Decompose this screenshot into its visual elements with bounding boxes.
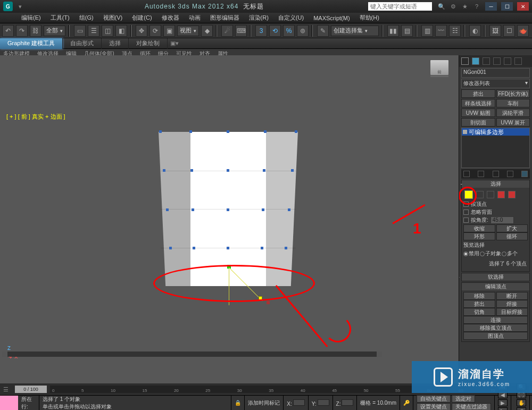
script-mini-icon[interactable] bbox=[0, 396, 18, 410]
menu-customize[interactable]: 自定义(U) bbox=[278, 14, 304, 22]
menu-animation[interactable]: 动画 bbox=[189, 14, 201, 22]
window-crossing-button[interactable]: ◧ bbox=[115, 25, 127, 37]
mod-ffd[interactable]: FFD(长方体) bbox=[496, 89, 530, 98]
autokey-button[interactable]: 自动关键点 bbox=[417, 395, 451, 403]
element-subobj-button[interactable] bbox=[508, 191, 516, 198]
signin-icon[interactable]: ⚙ bbox=[449, 2, 458, 11]
hierarchy-tab-icon[interactable] bbox=[483, 57, 490, 65]
rotate-button[interactable]: ⟳ bbox=[149, 25, 161, 37]
border-subobj-button[interactable] bbox=[487, 191, 494, 198]
softsel-header[interactable]: 软选择 bbox=[462, 273, 529, 281]
mod-extrude[interactable]: 挤出 bbox=[461, 89, 495, 98]
viewcube[interactable]: 前 bbox=[430, 60, 449, 76]
menu-view[interactable]: 视图(V) bbox=[103, 14, 123, 22]
preview-off-radio[interactable] bbox=[463, 252, 468, 256]
help-icon[interactable]: ? bbox=[472, 2, 481, 11]
select-region-button[interactable]: ◫ bbox=[102, 25, 113, 37]
render-setup-button[interactable]: 🖼 bbox=[489, 25, 501, 37]
help-search-input[interactable]: 键入关键字或短语 bbox=[368, 2, 432, 11]
align-button[interactable]: ▤ bbox=[401, 25, 413, 37]
connect-button[interactable]: 连接 bbox=[463, 316, 528, 324]
spinner-snap-button[interactable]: ⊚ bbox=[297, 25, 309, 37]
menu-grapheditors[interactable]: 图形编辑器 bbox=[210, 14, 239, 22]
chamfer-button[interactable]: 切角 bbox=[463, 308, 495, 316]
manip-button[interactable]: ☄ bbox=[221, 25, 233, 37]
menu-tools[interactable]: 工具(T) bbox=[51, 14, 70, 22]
extrude-button[interactable]: 挤出 bbox=[463, 300, 495, 308]
polygon-subobj-button[interactable] bbox=[497, 191, 505, 198]
unique-icon[interactable] bbox=[493, 171, 499, 177]
menu-modifiers[interactable]: 修改器 bbox=[162, 14, 179, 22]
timeline-config-icon[interactable]: ☰ bbox=[0, 386, 12, 393]
keymode-button[interactable]: ⌨ bbox=[235, 25, 247, 37]
scale-button[interactable]: ▣ bbox=[163, 25, 175, 37]
play-icon[interactable]: ▶ bbox=[498, 399, 508, 406]
loop-button[interactable]: 循环 bbox=[496, 232, 528, 240]
edit-named-button[interactable]: ✎ bbox=[317, 25, 329, 37]
snap-toggle-button[interactable]: 3 bbox=[255, 25, 267, 37]
ignore-backfacing-check[interactable]: 忽略背面 bbox=[463, 208, 528, 216]
redo-button[interactable]: ↷ bbox=[16, 25, 28, 37]
remove-iso-button[interactable]: 移除孤立顶点 bbox=[463, 324, 528, 332]
modifier-stack[interactable]: 可编辑多边形 bbox=[461, 128, 530, 168]
menu-create[interactable]: 创建(C) bbox=[132, 14, 152, 22]
modifier-list-dropdown[interactable]: 修改器列表▾ bbox=[461, 79, 530, 88]
lock-selection-icon[interactable]: 🔒 bbox=[231, 396, 245, 410]
by-angle-check[interactable]: 按角度:45.0 bbox=[463, 216, 528, 224]
mod-turbosmooth[interactable]: 涡轮平滑 bbox=[496, 108, 530, 117]
motion-tab-icon[interactable] bbox=[493, 57, 501, 65]
remove-button[interactable]: 移除 bbox=[463, 292, 495, 300]
grow-button[interactable]: 扩大 bbox=[496, 224, 528, 232]
percent-snap-button[interactable]: % bbox=[283, 25, 295, 37]
shrink-button[interactable]: 收缩 bbox=[463, 224, 495, 232]
modify-tab-icon[interactable] bbox=[472, 57, 479, 65]
tab-graphite[interactable]: Graphite 建模工具 bbox=[0, 38, 63, 49]
configure-icon[interactable] bbox=[521, 171, 528, 177]
mirror-button[interactable]: ▮▮ bbox=[387, 25, 399, 37]
remove-unused-button[interactable]: 图顶点 bbox=[463, 332, 528, 340]
selection-header[interactable]: 选择 bbox=[462, 180, 529, 188]
angle-spinner[interactable]: 45.0 bbox=[491, 216, 514, 224]
time-slider-handle[interactable]: 0 / 100 bbox=[15, 386, 47, 393]
curve-editor-button[interactable]: 〰 bbox=[435, 25, 447, 37]
recent-dropdown-icon[interactable]: ▾ bbox=[16, 2, 24, 11]
mod-slice[interactable]: 剖切面 bbox=[461, 118, 495, 127]
viewport-label[interactable]: [ + ] [ 前 ] 真实 + 边面 ] bbox=[6, 113, 65, 121]
selected-button[interactable]: 选定对 bbox=[452, 395, 475, 403]
tab-selection[interactable]: 选择 bbox=[102, 38, 129, 49]
remove-mod-icon[interactable] bbox=[507, 171, 513, 177]
app-logo-icon[interactable]: G bbox=[3, 2, 13, 11]
menu-render[interactable]: 渲染(R) bbox=[249, 14, 269, 22]
mod-uvwmap[interactable]: UVW 贴图 bbox=[461, 108, 495, 117]
pivot-button[interactable]: ◆ bbox=[201, 25, 213, 37]
targetweld-button[interactable]: 目标焊接 bbox=[496, 308, 528, 316]
render-frame-button[interactable]: ☐ bbox=[503, 25, 515, 37]
create-tab-icon[interactable] bbox=[461, 57, 469, 65]
weld-button[interactable]: 焊接 bbox=[496, 300, 528, 308]
stack-editable-poly[interactable]: 可编辑多边形 bbox=[462, 128, 529, 136]
break-button[interactable]: 断开 bbox=[496, 292, 528, 300]
tab-freeform[interactable]: 自由形式 bbox=[63, 38, 102, 49]
preview-subobj-radio[interactable] bbox=[480, 252, 485, 256]
setkey-button[interactable]: 设置关键点 bbox=[417, 403, 451, 410]
pan-icon[interactable]: ✋ bbox=[517, 399, 526, 406]
editvertex-header[interactable]: 编辑顶点 bbox=[462, 283, 529, 290]
undo-button[interactable]: ↶ bbox=[2, 25, 14, 37]
preview-multi-radio[interactable] bbox=[502, 252, 506, 256]
angle-snap-button[interactable]: ⟲ bbox=[269, 25, 281, 37]
layer-button[interactable]: ▥ bbox=[421, 25, 433, 37]
ring-button[interactable]: 环形 bbox=[463, 232, 495, 240]
show-end-icon[interactable] bbox=[478, 171, 484, 177]
maximize-button[interactable]: ☐ bbox=[501, 2, 513, 11]
viewport[interactable]: [ + ] [ 前 ] 真实 + 边面 ] 前 bbox=[0, 55, 459, 383]
mod-spline[interactable]: 样条线选择 bbox=[461, 99, 495, 107]
select-button[interactable]: ▭ bbox=[74, 25, 86, 37]
favorite-icon[interactable]: ★ bbox=[461, 2, 469, 11]
mod-lathe[interactable]: 车削 bbox=[496, 99, 530, 107]
link-button[interactable]: ⛓ bbox=[30, 25, 41, 37]
move-button[interactable]: ✥ bbox=[136, 25, 147, 37]
key-mode-icon[interactable]: 🔑 bbox=[400, 396, 413, 410]
pin-stack-icon[interactable] bbox=[463, 171, 470, 177]
refcoord-dropdown[interactable]: 视图 bbox=[177, 26, 199, 36]
search-icon[interactable]: 🔍 bbox=[437, 2, 446, 11]
